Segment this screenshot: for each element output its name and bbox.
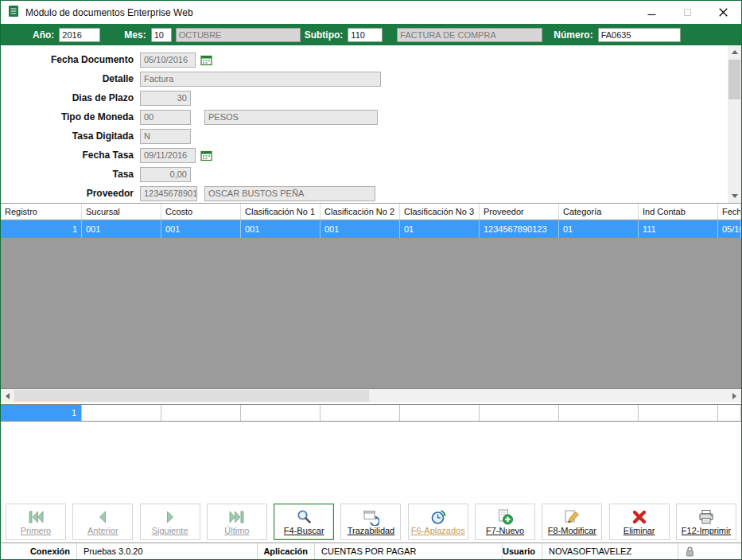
- button-label: Anterior: [87, 526, 118, 535]
- number-input[interactable]: [598, 28, 681, 42]
- grid-empty-area: [1, 238, 741, 388]
- new-record-icon: [496, 508, 514, 526]
- tasa-digitada-field: N: [140, 129, 191, 144]
- footer-cell: [320, 405, 400, 421]
- action-toolbar: Primero Anterior Siguiente Último F4-Bus: [1, 501, 741, 542]
- tipo-moneda-code-field: 00: [140, 110, 191, 125]
- fecha-documento-field: 05/10/2016: [140, 52, 196, 68]
- user-value: NOVASOFT\AVELEZ: [542, 543, 678, 559]
- connection-label: Conexión: [1, 543, 76, 559]
- form-row: Tipo de Moneda 00 PESOS: [1, 107, 741, 126]
- detalle-field: Factura: [140, 72, 381, 87]
- button-label: Último: [224, 526, 249, 535]
- maximize-icon: [684, 9, 691, 16]
- grid-cell: 05/10/2016: [718, 220, 741, 238]
- footer-cell: [82, 405, 161, 421]
- column-header[interactable]: Ind Contab: [639, 204, 718, 220]
- footer-cell: [161, 405, 241, 421]
- next-record-button[interactable]: Siguiente: [140, 504, 200, 540]
- button-label: F8-Modificar: [548, 526, 596, 535]
- month-input[interactable]: [151, 28, 172, 42]
- button-label: F12-Imprimir: [682, 526, 731, 535]
- tasa-digitada-label: Tasa Digitada: [1, 130, 140, 142]
- column-header[interactable]: Clasificación No 2: [320, 204, 400, 220]
- fecha-documento-calendar-button[interactable]: [199, 52, 213, 67]
- form-vertical-scrollbar[interactable]: [728, 45, 741, 203]
- traceability-button[interactable]: Trazabilidad: [340, 504, 401, 540]
- fecha-documento-label: Fecha Documento: [1, 54, 140, 65]
- button-label: Eliminar: [624, 526, 655, 535]
- scroll-down-button[interactable]: [728, 189, 741, 203]
- fecha-tasa-label: Fecha Tasa: [1, 150, 140, 161]
- scroll-up-button[interactable]: [728, 45, 741, 59]
- connection-value: Pruebas 3.0.20: [76, 543, 257, 559]
- year-label: Año:: [33, 29, 54, 41]
- calendar-icon: [200, 150, 212, 161]
- column-header[interactable]: Registro: [1, 204, 82, 220]
- first-record-icon: [27, 508, 45, 526]
- scroll-right-button[interactable]: [728, 389, 741, 402]
- arrow-down-icon: [732, 194, 738, 198]
- edit-icon: [563, 508, 581, 526]
- number-label: Número:: [554, 29, 592, 41]
- print-icon: [697, 508, 715, 526]
- minimize-icon: [647, 9, 656, 17]
- status-bar: Conexión Pruebas 3.0.20 Aplicación CUENT…: [1, 542, 741, 559]
- delete-icon: [631, 508, 648, 526]
- vertical-scrollbar-thumb[interactable]: [728, 60, 740, 99]
- modify-button[interactable]: F8-Modificar: [542, 504, 602, 540]
- arrow-left-icon: [6, 393, 10, 399]
- column-header[interactable]: Proveedor: [480, 204, 559, 220]
- minimize-button[interactable]: [634, 1, 670, 24]
- deferred-button[interactable]: F6-Aplazados: [408, 504, 468, 540]
- grid-selected-row[interactable]: 1 001 001 001 001 01 1234567890123 01 11…: [1, 220, 741, 238]
- first-record-button[interactable]: Primero: [6, 504, 66, 540]
- column-header[interactable]: Clasificación No 1: [241, 204, 320, 220]
- form-row: Dias de Plazo 30: [1, 88, 741, 107]
- window-title: Módulo de documentos Enterprise Web: [25, 7, 193, 18]
- form-row: Tasa 0,00: [1, 165, 741, 184]
- previous-record-icon: [94, 508, 111, 526]
- last-record-button[interactable]: Último: [207, 504, 267, 540]
- column-header[interactable]: Categoría: [559, 204, 639, 220]
- lock-segment: [678, 543, 741, 559]
- filter-bar: Año: Mes: Subtipo: Número:: [1, 24, 741, 45]
- footer-cell: [718, 405, 741, 421]
- last-record-icon: [228, 508, 246, 526]
- column-header[interactable]: Sucursal: [82, 204, 161, 220]
- column-header[interactable]: Clasificación No 3: [400, 204, 480, 220]
- search-icon: [295, 508, 313, 526]
- footer-cell: [639, 405, 718, 421]
- dias-plazo-label: Dias de Plazo: [1, 92, 140, 103]
- delete-button[interactable]: Eliminar: [609, 504, 670, 540]
- calendar-icon: [200, 54, 212, 66]
- form-row: Tasa Digitada N: [1, 126, 741, 146]
- proveedor-label: Proveedor: [1, 188, 140, 199]
- previous-record-button[interactable]: Anterior: [72, 504, 133, 540]
- subtype-name-field: [397, 28, 542, 42]
- document-form: Fecha Documento 05/10/2016 Detalle Factu…: [1, 45, 741, 204]
- month-label: Mes:: [124, 29, 146, 41]
- print-button[interactable]: F12-Imprimir: [676, 504, 736, 540]
- app-window: Módulo de documentos Enterprise Web Año:…: [0, 0, 742, 560]
- maximize-button[interactable]: [670, 1, 705, 24]
- new-button[interactable]: F7-Nuevo: [475, 504, 535, 540]
- close-button[interactable]: [705, 1, 741, 24]
- scroll-left-button[interactable]: [1, 389, 14, 402]
- fecha-tasa-calendar-button[interactable]: [199, 148, 213, 162]
- horizontal-scrollbar-thumb[interactable]: [14, 390, 369, 402]
- search-button[interactable]: F4-Buscar: [274, 504, 334, 540]
- year-input[interactable]: [59, 28, 100, 42]
- grid-cell: 001: [82, 220, 161, 238]
- application-value: CUENTAS POR PAGAR: [314, 543, 502, 559]
- traceability-icon: [362, 508, 379, 526]
- proveedor-name-field: OSCAR BUSTOS PEÑA: [204, 186, 375, 201]
- column-header[interactable]: Fecha: [718, 204, 741, 220]
- footer-cell: [559, 405, 639, 421]
- subtype-input[interactable]: [348, 28, 383, 42]
- tasa-label: Tasa: [1, 169, 140, 180]
- column-header[interactable]: Ccosto: [161, 204, 241, 220]
- button-label: F6-Aplazados: [411, 526, 465, 535]
- grid-cell: 01: [559, 220, 639, 238]
- grid-horizontal-scrollbar[interactable]: [1, 388, 741, 402]
